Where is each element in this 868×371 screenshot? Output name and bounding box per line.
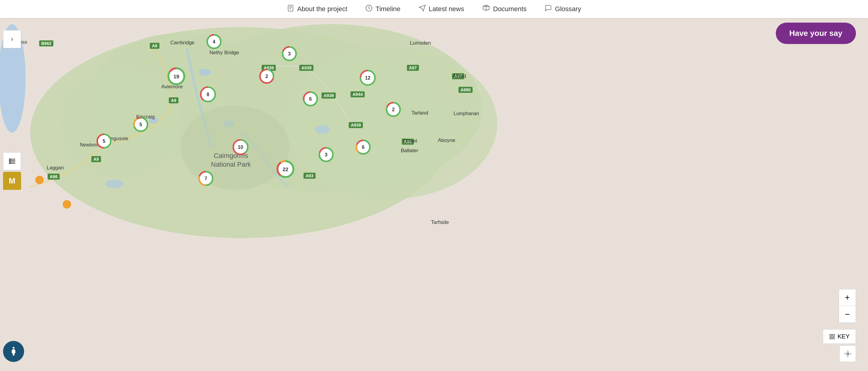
svg-text:10: 10 <box>238 145 243 150</box>
road-a97-2: A97 <box>452 73 464 79</box>
svg-text:5: 5 <box>139 122 142 127</box>
list-view-button[interactable] <box>3 152 21 170</box>
orange-dot-2[interactable] <box>63 200 71 209</box>
timeline-label: Timeline <box>375 5 400 13</box>
cluster-10[interactable]: 10 <box>231 138 250 157</box>
cluster-12[interactable]: 12 <box>359 69 377 88</box>
zoom-controls: + − <box>839 289 856 323</box>
road-a980: A980 <box>458 87 472 93</box>
map-container[interactable]: A9 A9 A9 A939 A939 A939 A939 A944 A97 A9… <box>0 18 868 371</box>
m-marker-button[interactable]: M <box>3 172 21 190</box>
cluster-3-b[interactable]: 3 <box>318 147 335 164</box>
road-a93-2: A93 <box>304 173 315 179</box>
svg-text:4: 4 <box>213 39 215 44</box>
road-a97-1: A97 <box>407 65 419 71</box>
news-label: Latest news <box>429 5 464 13</box>
glossary-label: Glossary <box>555 5 581 13</box>
nav-about[interactable]: About the project <box>287 4 347 13</box>
svg-point-91 <box>10 163 10 164</box>
list-icon <box>8 157 16 165</box>
svg-text:3: 3 <box>288 51 290 56</box>
svg-text:12: 12 <box>365 75 370 81</box>
cluster-22[interactable]: 22 <box>276 159 296 180</box>
zoom-out-button[interactable]: − <box>839 306 856 322</box>
main-nav: About the project Timeline Latest news D… <box>287 4 581 13</box>
svg-text:6: 6 <box>362 144 364 150</box>
road-a9-1: A9 <box>150 43 159 49</box>
cluster-5-a[interactable]: 5 <box>133 116 149 134</box>
zoom-in-button[interactable]: + <box>839 289 856 306</box>
m-label: M <box>9 176 16 186</box>
road-a9-3: A9 <box>91 156 101 162</box>
road-b862: B862 <box>39 40 53 47</box>
svg-text:5: 5 <box>102 138 105 144</box>
chevron-right-icon: › <box>11 35 13 43</box>
nav-glossary[interactable]: Glossary <box>545 4 581 13</box>
cluster-19[interactable]: 19 <box>167 67 186 87</box>
svg-marker-5 <box>419 5 425 11</box>
svg-text:6: 6 <box>309 96 312 101</box>
glossary-icon <box>545 4 552 13</box>
svg-rect-95 <box>833 334 835 336</box>
cluster-4[interactable]: 4 <box>206 33 222 51</box>
map-background <box>0 18 868 371</box>
documents-icon <box>482 4 490 13</box>
road-a939-4: A939 <box>349 122 363 128</box>
cluster-7[interactable]: 7 <box>198 170 214 188</box>
nav-news[interactable]: Latest news <box>418 4 464 13</box>
location-icon <box>844 350 852 358</box>
about-label: About the project <box>297 5 347 13</box>
timeline-icon <box>365 4 373 13</box>
svg-text:22: 22 <box>282 166 288 173</box>
svg-rect-97 <box>833 337 835 339</box>
road-a939-3: A939 <box>321 93 336 98</box>
documents-label: Documents <box>493 5 527 13</box>
svg-point-98 <box>846 352 849 355</box>
accessibility-icon <box>8 346 19 357</box>
road-a86: A86 <box>48 174 60 180</box>
svg-text:2: 2 <box>392 107 395 112</box>
svg-point-88 <box>10 159 10 159</box>
svg-rect-96 <box>830 337 832 339</box>
key-grid-icon <box>829 334 835 340</box>
svg-text:3: 3 <box>324 152 327 157</box>
location-button[interactable] <box>839 345 856 362</box>
orange-dot-1[interactable] <box>35 176 44 184</box>
nav-documents[interactable]: Documents <box>482 4 527 13</box>
cluster-2-b[interactable]: 2 <box>385 101 402 119</box>
svg-text:8: 8 <box>207 92 210 97</box>
svg-point-90 <box>10 161 10 162</box>
road-a93-1: A93 <box>402 138 414 145</box>
cluster-5-b[interactable]: 5 <box>96 133 113 151</box>
road-a939-2: A939 <box>299 65 313 71</box>
cluster-2-a[interactable]: 2 <box>258 68 275 86</box>
svg-point-99 <box>845 351 850 356</box>
cluster-6-b[interactable]: 6 <box>355 139 372 157</box>
main-header: About the project Timeline Latest news D… <box>0 0 868 18</box>
svg-text:19: 19 <box>173 73 179 80</box>
svg-rect-0 <box>288 5 293 11</box>
key-button[interactable]: KEY <box>823 329 856 344</box>
key-label: KEY <box>838 333 849 340</box>
svg-point-92 <box>13 347 14 349</box>
news-icon <box>418 4 426 13</box>
svg-rect-94 <box>830 334 832 336</box>
accessibility-button[interactable] <box>3 341 24 362</box>
road-a9-2: A9 <box>169 97 179 103</box>
cluster-3-a[interactable]: 3 <box>281 45 298 63</box>
have-your-say-button[interactable]: Have your say <box>776 23 856 44</box>
svg-point-89 <box>10 160 10 161</box>
cluster-6-a[interactable]: 6 <box>302 91 319 109</box>
about-icon <box>287 4 294 13</box>
nav-timeline[interactable]: Timeline <box>365 4 400 13</box>
sidebar-toggle-button[interactable]: › <box>3 30 21 48</box>
road-a944: A944 <box>350 91 365 97</box>
svg-text:7: 7 <box>204 176 207 181</box>
svg-text:2: 2 <box>265 73 268 79</box>
cluster-8[interactable]: 8 <box>199 85 217 104</box>
